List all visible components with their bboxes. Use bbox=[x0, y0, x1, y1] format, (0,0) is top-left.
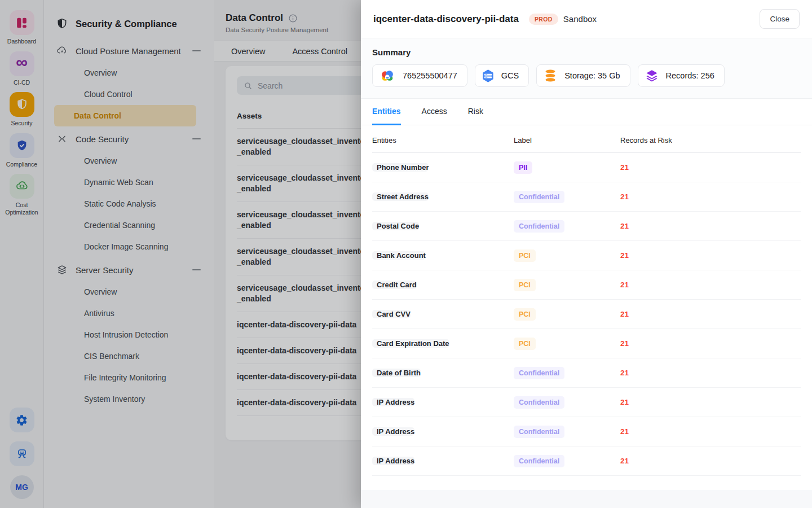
entity-pill: Bank Account bbox=[372, 251, 426, 260]
records-at-risk-value: 21 bbox=[620, 339, 801, 348]
modal-dim-overlay[interactable] bbox=[0, 0, 361, 508]
env-badge: PROD bbox=[529, 14, 558, 25]
env-name: Sandbox bbox=[563, 14, 597, 24]
col-records-at-risk: Records at Risk bbox=[620, 136, 801, 144]
records-at-risk-value: 21 bbox=[620, 163, 801, 172]
drawer-header: iqcenter-data-discovery-pii-data PROD Sa… bbox=[361, 0, 812, 38]
records-at-risk-value: 21 bbox=[620, 192, 801, 201]
drawer-tab-label: Risk bbox=[468, 107, 483, 116]
label-badge: Confidential bbox=[514, 426, 564, 438]
summary-card-account: 765255500477 bbox=[372, 64, 467, 87]
storage-icon bbox=[544, 69, 557, 82]
label-badge: PCI bbox=[514, 308, 536, 321]
table-row[interactable]: Street Address Confidential 21 bbox=[372, 182, 801, 212]
entity-pill: Phone Number bbox=[372, 163, 429, 172]
drawer-tab-bar: Entities Access Risk bbox=[361, 99, 812, 125]
entity-pill: Street Address bbox=[372, 192, 429, 201]
asset-detail-drawer: iqcenter-data-discovery-pii-data PROD Sa… bbox=[361, 0, 812, 508]
records-at-risk-value: 21 bbox=[620, 222, 801, 230]
table-row[interactable]: Credit Card PCI 21 bbox=[372, 270, 801, 300]
label-badge: Confidential bbox=[514, 455, 564, 467]
entity-pill: Credit Card bbox=[372, 281, 417, 289]
label-badge: Confidential bbox=[514, 396, 564, 409]
storage-value: Storage: 35 Gb bbox=[564, 71, 620, 80]
drawer-footer bbox=[361, 490, 812, 508]
label-badge: PCI bbox=[514, 279, 536, 291]
records-at-risk-value: 21 bbox=[620, 457, 801, 465]
label-badge: Confidential bbox=[514, 191, 564, 203]
records-at-risk-value: 21 bbox=[620, 398, 801, 406]
summary-cards: 765255500477 GCS Storage: 35 Gb bbox=[372, 64, 801, 87]
label-badge: PII bbox=[514, 161, 532, 174]
table-row[interactable]: Card Expiration Date PCI 21 bbox=[372, 329, 801, 358]
entity-pill: IP Address bbox=[372, 398, 414, 406]
table-row[interactable]: Card CVV PCI 21 bbox=[372, 300, 801, 329]
records-at-risk-value: 21 bbox=[620, 427, 801, 436]
table-row[interactable]: IP Address Confidential 21 bbox=[372, 417, 801, 446]
label-badge: Confidential bbox=[514, 220, 564, 233]
drawer-title: iqcenter-data-discovery-pii-data bbox=[373, 14, 519, 25]
gcs-icon bbox=[482, 69, 494, 83]
account-id: 765255500477 bbox=[403, 71, 457, 80]
drawer-tab[interactable]: Access bbox=[422, 107, 447, 125]
table-row[interactable]: IP Address Confidential 21 bbox=[372, 388, 801, 417]
col-entities: Entities bbox=[372, 136, 514, 144]
col-label: Label bbox=[514, 136, 620, 144]
label-badge: PCI bbox=[514, 249, 536, 262]
table-row[interactable]: Bank Account PCI 21 bbox=[372, 241, 801, 270]
entity-pill: IP Address bbox=[372, 457, 414, 465]
table-row[interactable]: IP Address Confidential 21 bbox=[372, 446, 801, 476]
records-at-risk-value: 21 bbox=[620, 281, 801, 289]
entities-table: Entities Label Records at Risk Phone Num… bbox=[361, 125, 812, 490]
records-at-risk-value: 21 bbox=[620, 251, 801, 260]
label-badge: Confidential bbox=[514, 367, 564, 379]
summary-card-records: Records: 256 bbox=[638, 64, 725, 87]
summary-heading: Summary bbox=[372, 47, 801, 57]
table-header-row: Entities Label Records at Risk bbox=[372, 128, 801, 153]
label-badge: PCI bbox=[514, 338, 536, 350]
table-row[interactable]: Date of Birth Confidential 21 bbox=[372, 358, 801, 388]
google-cloud-icon bbox=[379, 69, 395, 82]
drawer-tab[interactable]: Entities bbox=[372, 107, 401, 125]
drawer-tab[interactable]: Risk bbox=[468, 107, 483, 125]
app-root: Dashboard ∞ CI-CD Security Compliance Co… bbox=[0, 0, 812, 508]
service-name: GCS bbox=[501, 71, 519, 80]
table-row[interactable]: Postal Code Confidential 21 bbox=[372, 212, 801, 241]
entity-pill: Card Expiration Date bbox=[372, 339, 449, 348]
entity-pill: IP Address bbox=[372, 427, 414, 436]
summary-card-service: GCS bbox=[475, 64, 529, 87]
entity-pill: Postal Code bbox=[372, 222, 419, 230]
records-at-risk-value: 21 bbox=[620, 310, 801, 318]
close-button[interactable]: Close bbox=[760, 9, 800, 29]
summary-card-storage: Storage: 35 Gb bbox=[536, 64, 630, 87]
records-icon bbox=[645, 69, 659, 82]
drawer-tab-label: Entities bbox=[372, 107, 401, 116]
records-at-risk-value: 21 bbox=[620, 369, 801, 377]
summary-section: Summary 765255500477 GCS bbox=[361, 38, 812, 99]
entity-pill: Date of Birth bbox=[372, 369, 421, 377]
records-value: Records: 256 bbox=[666, 71, 714, 80]
table-row[interactable]: Phone Number PII 21 bbox=[372, 153, 801, 182]
drawer-tab-label: Access bbox=[422, 107, 447, 116]
entity-pill: Card CVV bbox=[372, 310, 411, 318]
